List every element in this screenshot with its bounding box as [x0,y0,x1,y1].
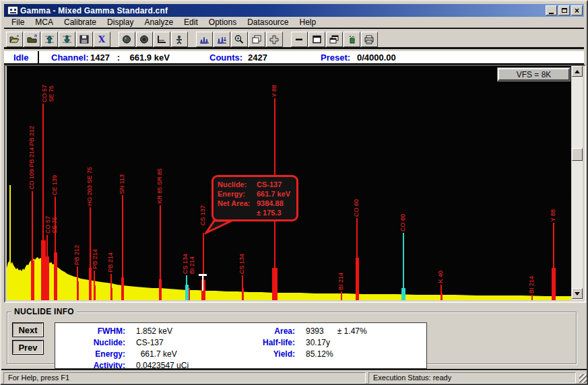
tooltip-label: Nuclide: [218,180,257,189]
peak-label: CS 134 [238,254,246,274]
peak-line [110,274,112,289]
maximize-button[interactable] [558,5,570,15]
load-up-button[interactable] [41,32,58,47]
peak-base [110,288,112,300]
preset-value: 0/4000.00 [357,53,396,63]
peak-label: BI 214 [337,273,345,290]
tooltip-label: Energy: [218,189,257,199]
peak-line [90,207,91,269]
menu-help[interactable]: Help [295,17,321,28]
channel-value: 1427 : 661.9 keV [90,53,170,63]
analyze-person-button[interactable] [171,32,188,47]
peak-base [552,268,556,300]
peak-label: K 40 [437,271,445,283]
delete-icon: X [96,34,108,44]
tooltip-row: Energy:661.7 keV [218,189,292,199]
peak-line [356,218,358,259]
peak-base [531,296,533,300]
menu-datasource[interactable]: Datasource [242,17,293,28]
menu-options[interactable]: Options [204,17,241,28]
print-button[interactable] [361,32,378,47]
peak-label: SN 113 [119,174,126,194]
toolbar-group: X [6,32,111,47]
open-button[interactable] [6,32,23,47]
spectrum-view-button[interactable] [196,32,213,47]
resize-grip[interactable] [579,374,588,383]
acquire-stop-button[interactable] [136,32,153,47]
status-bar: For Help, press F1 Execution Status: rea… [1,370,588,385]
prev-button[interactable]: Prev [12,340,44,355]
menu-bar: FileMCACalibrateDisplayAnalyzeEditOption… [4,17,584,29]
load-down-button[interactable] [59,32,75,47]
peak-base [440,293,443,300]
nuclide-info-display: FWHM:1.852 keVNuclide:CS-137Energy: 661.… [55,322,427,369]
window-title: Gamma - Mixed Gamma Standard.cnf [20,6,168,15]
peak-base [159,279,162,300]
vertical-scrollbar[interactable] [572,66,583,300]
next-button[interactable]: Next [12,322,44,337]
peak-label: Y 88 [271,85,278,97]
arrow-down-icon [575,292,580,295]
cascade-button[interactable] [326,32,343,47]
arrow-up-icon [575,70,580,73]
analyze-person-icon [174,34,185,44]
import-button[interactable] [24,32,40,47]
peak-line [122,195,123,279]
peak-label: KR 85 SR 85 [156,168,164,204]
close-button[interactable]: × [571,5,583,15]
menu-edit[interactable]: Edit [179,17,203,28]
peak-label: BI 214 [189,256,196,274]
maximize-icon [562,8,567,13]
load-down-icon [61,34,73,44]
menu-file[interactable]: File [7,17,29,28]
menu-analyze[interactable]: Analyze [139,17,178,28]
field-value: 1.852 keV [125,326,189,337]
close-icon: × [575,7,579,14]
pages-button[interactable] [249,32,265,47]
peak-base [189,289,190,300]
tooltip-value: 661.7 keV [257,189,292,199]
glue-button[interactable] [344,32,360,47]
spectrum-clear-button[interactable] [214,32,230,47]
calibrate-ruler-button[interactable] [154,32,170,47]
minimize-button[interactable] [546,5,557,15]
open-icon [9,34,20,44]
scrollbar-thumb[interactable] [572,148,583,161]
glue-icon [346,34,358,44]
channel-cursor-line[interactable] [202,274,203,291]
title-bar[interactable]: Gamma - Mixed Gamma Standard.cnf × [4,4,584,17]
toolbar: X [4,31,584,49]
execution-status-text: Execution Status: ready [368,372,576,384]
peak-label: SE 75 [48,85,55,102]
nuclide-fields-left: FWHM:1.852 keVNuclide:CS-137Energy: 661.… [55,326,189,372]
peak-label: CO 60 [353,199,360,217]
field-label: Yield: [210,349,295,360]
minimize-icon [549,13,554,14]
acquire-start-icon [121,34,133,44]
scroll-down-button[interactable] [572,288,583,299]
scroll-up-button[interactable] [572,66,583,77]
field-label: Nuclide: [55,337,125,349]
strip-button[interactable] [291,32,308,47]
counts-label: Counts: [209,53,242,63]
spectrum-view-icon [199,34,210,44]
zoom-button[interactable] [231,32,248,47]
nuclide-fields-right: Area:9393 ± 1.47%Half-life:30.17yYield:8… [210,326,367,360]
menu-calibrate[interactable]: Calibrate [59,17,101,28]
expand-window-button[interactable] [308,32,325,47]
menu-display[interactable]: Display [102,17,138,28]
svg-text:X: X [98,34,106,44]
delete-button[interactable]: X [94,32,110,47]
save-button[interactable] [76,32,93,47]
acquire-start-button[interactable] [119,32,135,47]
nuclide-info-title: NUCLIDE INFO [11,307,77,316]
expand-plus-button[interactable] [266,32,283,47]
print-icon [364,34,375,44]
peak-label: BI 214 [528,276,535,293]
peak-base [46,256,49,300]
spectrum-display[interactable]: VFS = 8K CD 109 PB 214 PB 212CO 57SE 75C… [7,66,571,300]
peak-line [32,191,33,262]
peak-label: CD 109 PB 214 PB 212 [28,126,36,190]
peak-tooltip: Nuclide:CS-137Energy:661.7 keVNet Area:9… [211,175,298,221]
menu-mca[interactable]: MCA [30,17,58,28]
